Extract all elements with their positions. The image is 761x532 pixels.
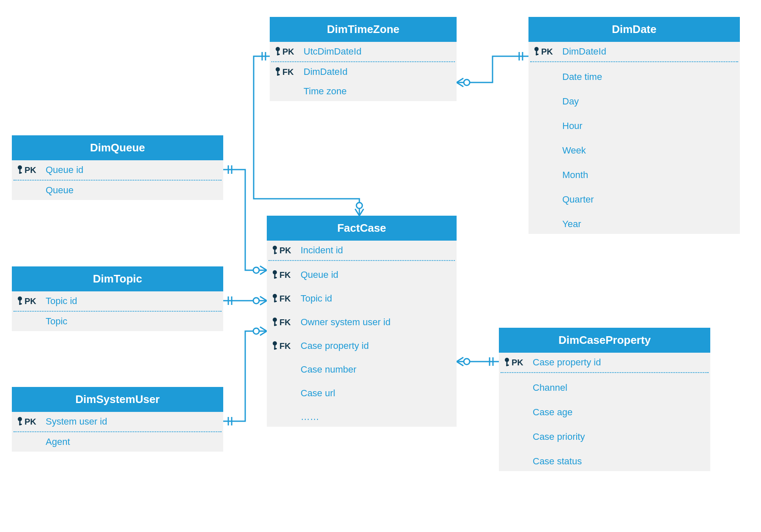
column-label: Date time	[562, 71, 602, 82]
column-label: Owner system user id	[301, 317, 391, 328]
entity-title: DimQueue	[12, 135, 223, 160]
table-row: Hour	[528, 111, 740, 136]
column-label: Case number	[301, 364, 356, 375]
svg-rect-44	[274, 324, 277, 326]
column-label: Month	[562, 170, 588, 181]
svg-rect-53	[506, 365, 509, 366]
svg-rect-47	[274, 348, 277, 349]
column-label: Topic id	[301, 293, 332, 304]
key-icon	[16, 296, 24, 307]
svg-rect-29	[277, 54, 280, 55]
entity-title: FactCase	[267, 216, 457, 241]
key-icon	[533, 46, 540, 57]
column-label: Year	[562, 219, 581, 230]
svg-point-12	[464, 80, 470, 85]
table-row: PK Topic id	[12, 291, 223, 311]
table-row: Case age	[499, 398, 710, 422]
table-row: FK DimDateId	[270, 62, 457, 82]
column-label: System user id	[46, 416, 107, 427]
entity-title: DimTimeZone	[270, 17, 457, 42]
key-icon	[271, 245, 279, 256]
entity-dimtopic: DimTopic PK Topic id Topic	[12, 266, 223, 331]
key-icon	[274, 46, 282, 57]
table-row: PK Case property id	[499, 353, 710, 372]
table-row: Week	[528, 136, 740, 160]
svg-point-11	[356, 203, 362, 208]
svg-rect-38	[274, 277, 277, 278]
column-label: Case url	[301, 388, 335, 399]
svg-rect-32	[277, 74, 280, 75]
entity-dimcaseproperty: DimCaseProperty PK Case property id Chan…	[499, 328, 710, 471]
column-label: Topic id	[46, 296, 77, 307]
entity-dimsystemuser: DimSystemUser PK System user id Agent	[12, 387, 223, 452]
table-row: Day	[528, 87, 740, 111]
entity-dimdate: DimDate PK DimDateId Date time Day Hour …	[528, 17, 740, 234]
table-row: PK UtcDimDateId	[270, 42, 457, 61]
column-label: UtcDimDateId	[304, 46, 361, 57]
column-label: Channel	[533, 382, 567, 393]
column-label: ……	[301, 411, 319, 422]
key-icon	[274, 66, 282, 77]
column-label: Case status	[533, 456, 582, 467]
key-icon	[271, 317, 279, 328]
entity-title: DimTopic	[12, 266, 223, 291]
entity-dimtimezone: DimTimeZone PK UtcDimDateId FK DimDateId…	[270, 17, 457, 101]
entity-title: DimCaseProperty	[499, 328, 710, 353]
table-row: ……	[267, 403, 457, 427]
column-label: Week	[562, 145, 586, 156]
table-row: Year	[528, 209, 740, 234]
table-row: PK System user id	[12, 412, 223, 431]
table-row: Topic	[12, 312, 223, 331]
svg-rect-23	[19, 303, 22, 304]
table-row: Case number	[267, 356, 457, 379]
key-icon	[271, 269, 279, 280]
table-row: FK Case property id	[267, 332, 457, 356]
table-row: Channel	[499, 373, 710, 398]
column-label: Case property id	[301, 340, 369, 351]
table-row: FK Queue id	[267, 261, 457, 285]
svg-rect-50	[536, 54, 539, 55]
svg-rect-20	[19, 172, 22, 173]
svg-point-8	[253, 328, 259, 334]
table-row: Date time	[528, 62, 740, 87]
column-label: Topic	[46, 316, 67, 327]
key-icon	[271, 340, 279, 351]
key-icon	[16, 416, 24, 427]
key-icon	[16, 165, 24, 176]
column-label: Incident id	[301, 245, 343, 256]
column-label: Queue	[46, 185, 74, 196]
svg-rect-35	[274, 252, 277, 254]
svg-point-5	[253, 298, 259, 304]
svg-point-15	[464, 359, 470, 365]
column-label: Case property id	[533, 357, 601, 368]
table-row: Case status	[499, 447, 710, 471]
column-label: DimDateId	[304, 66, 348, 77]
rel-dimtimezone-dimdate	[457, 52, 528, 87]
table-row: Queue	[12, 181, 223, 200]
svg-rect-41	[274, 301, 277, 302]
rel-dimqueue-factcase	[223, 165, 267, 274]
table-row: Agent	[12, 432, 223, 452]
column-label: Queue id	[46, 165, 83, 176]
table-row: Time zone	[270, 82, 457, 101]
column-label: Day	[562, 96, 579, 107]
rel-factcase-dimcaseproperty	[457, 357, 499, 366]
svg-rect-26	[19, 424, 22, 425]
column-label: Agent	[46, 436, 70, 447]
rel-dimtopic-factcase	[223, 296, 267, 305]
table-row: Case url	[267, 379, 457, 403]
table-row: PK DimDateId	[528, 42, 740, 61]
table-row: Month	[528, 160, 740, 185]
column-label: Case priority	[533, 431, 585, 442]
entity-title: DimDate	[528, 17, 740, 42]
column-label: Queue id	[301, 269, 338, 280]
entity-dimqueue: DimQueue PK Queue id Queue	[12, 135, 223, 200]
table-row: PK Incident id	[267, 241, 457, 260]
key-icon	[503, 357, 511, 368]
column-label: Case age	[533, 407, 572, 418]
table-row: Case priority	[499, 422, 710, 447]
table-row: PK Queue id	[12, 160, 223, 180]
column-label: Hour	[562, 121, 583, 132]
key-icon	[271, 293, 279, 304]
table-row: FK Topic id	[267, 285, 457, 308]
